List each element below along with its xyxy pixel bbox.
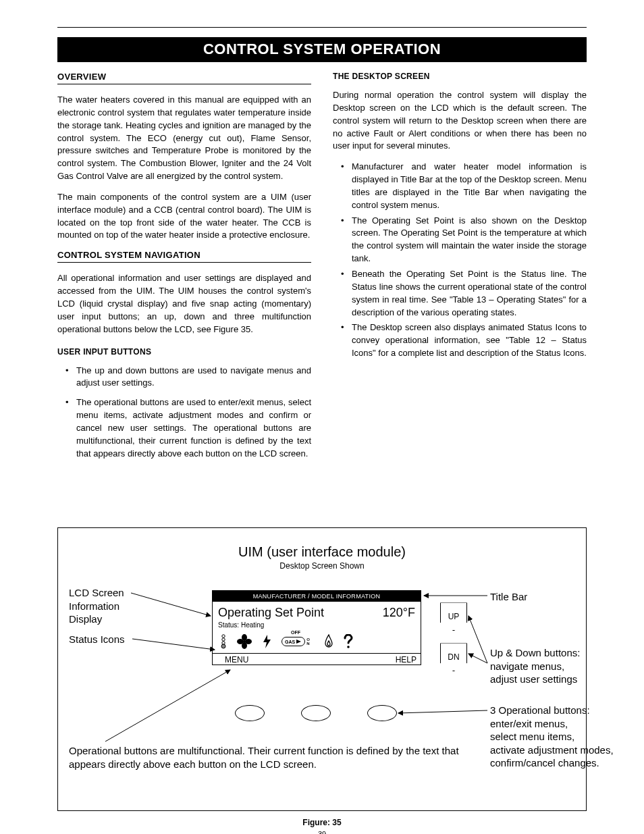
- gas-on-label: O N: [306, 637, 310, 646]
- desktop-item-3: Beneath the Operating Set Point is the S…: [333, 268, 587, 319]
- callout-up-down: Up & Down buttons: navigate menus, adjus…: [490, 646, 580, 686]
- two-column-layout: OVERVIEW The water heaters covered in th…: [57, 72, 587, 467]
- svg-point-3: [221, 644, 225, 648]
- flame-icon: [323, 634, 334, 649]
- callout-op-note: Operational buttons are multifunctional.…: [69, 744, 474, 771]
- lcd-screen: MANUFACTURER / MODEL INFORMATION Operati…: [212, 590, 421, 665]
- figure-35-box: UIM (user interface module) Desktop Scre…: [57, 527, 587, 811]
- overview-p1: The water heaters covered in this manual…: [57, 94, 311, 183]
- uib-item-2: The operational buttons are used to ente…: [57, 396, 311, 460]
- page-number: 39: [57, 830, 587, 834]
- svg-point-11: [347, 646, 350, 649]
- svg-marker-10: [296, 640, 301, 644]
- figure-subtitle: Desktop Screen Shown: [72, 561, 572, 571]
- svg-line-17: [468, 616, 487, 663]
- question-icon: [344, 634, 353, 649]
- lcd-setpoint-row: Operating Set Point 120°F: [218, 606, 415, 620]
- svg-point-0: [222, 635, 225, 637]
- lcd-titlebar: MANUFACTURER / MODEL INFORMATION: [213, 591, 421, 602]
- svg-line-18: [398, 710, 487, 713]
- desktop-heading: THE DESKTOP SCREEN: [333, 72, 587, 81]
- fan-icon: [237, 634, 252, 649]
- desktop-item-1: Manufacturer and water heater model info…: [333, 161, 587, 211]
- help-label: HELP: [396, 655, 417, 664]
- callout-status-icons: Status Icons: [69, 633, 125, 646]
- setpoint-value: 120°F: [383, 606, 415, 620]
- gas-valve-icon: OFF GAS O N: [281, 634, 314, 649]
- down-button: DN: [440, 643, 467, 671]
- desktop-item-4: The Desktop screen also displays animate…: [333, 321, 587, 360]
- desktop-item-2: The Operating Set Point is also shown on…: [333, 215, 587, 265]
- callout-title-bar: Title Bar: [490, 590, 527, 604]
- up-button: UP: [440, 602, 467, 631]
- top-rule: [57, 27, 587, 28]
- operational-button-3: [367, 705, 397, 721]
- overview-p2: The main components of the control syste…: [57, 191, 311, 242]
- spark-icon: [261, 634, 272, 649]
- right-column: THE DESKTOP SCREEN During normal operati…: [333, 72, 587, 467]
- dn-label: DN: [448, 652, 459, 662]
- svg-line-19: [105, 670, 230, 741]
- lcd-status-line: Status: Heating: [218, 621, 415, 629]
- setpoint-label: Operating Set Point: [218, 606, 324, 620]
- lcd-bottom-row: MENU HELP: [213, 653, 421, 664]
- desktop-list: Manufacturer and water heater model info…: [333, 161, 587, 360]
- left-column: OVERVIEW The water heaters covered in th…: [57, 72, 311, 467]
- desktop-p1: During normal operation the control syst…: [333, 89, 587, 153]
- operational-button-1: [235, 705, 265, 721]
- uib-item-1: The up and down buttons are used to navi…: [57, 365, 311, 390]
- svg-line-16: [468, 654, 487, 663]
- section-banner: CONTROL SYSTEM OPERATION: [57, 37, 587, 62]
- up-label: UP: [448, 612, 460, 621]
- gas-off-label: OFF: [291, 630, 300, 635]
- gas-arrow-icon: [296, 639, 302, 644]
- nav-p1: All operational information and user set…: [57, 272, 311, 336]
- menu-label: MENU: [225, 655, 248, 664]
- svg-point-7: [237, 639, 244, 644]
- uib-list: The up and down buttons are used to navi…: [57, 365, 311, 461]
- uib-heading: USER INPUT BUTTONS: [57, 347, 311, 357]
- figure-title: UIM (user interface module): [72, 544, 572, 560]
- callout-lcd: LCD Screen Information Display: [69, 586, 124, 626]
- operational-button-2: [301, 705, 331, 721]
- thermometer-icon: [219, 634, 227, 649]
- svg-point-8: [245, 639, 252, 644]
- callout-op-buttons: 3 Operational buttons: enter/exit menus,…: [490, 704, 614, 770]
- svg-point-1: [222, 638, 225, 641]
- svg-line-13: [131, 593, 211, 616]
- svg-marker-9: [263, 635, 271, 648]
- overview-heading: OVERVIEW: [57, 72, 311, 84]
- figure-caption: Figure: 35: [57, 818, 587, 827]
- lcd-status-icons: OFF GAS O N: [219, 634, 415, 649]
- lcd-body: Operating Set Point 120°F Status: Heatin…: [213, 602, 421, 653]
- nav-heading: CONTROL SYSTEM NAVIGATION: [57, 250, 311, 263]
- gas-label: GAS: [285, 640, 295, 644]
- svg-line-14: [132, 639, 215, 650]
